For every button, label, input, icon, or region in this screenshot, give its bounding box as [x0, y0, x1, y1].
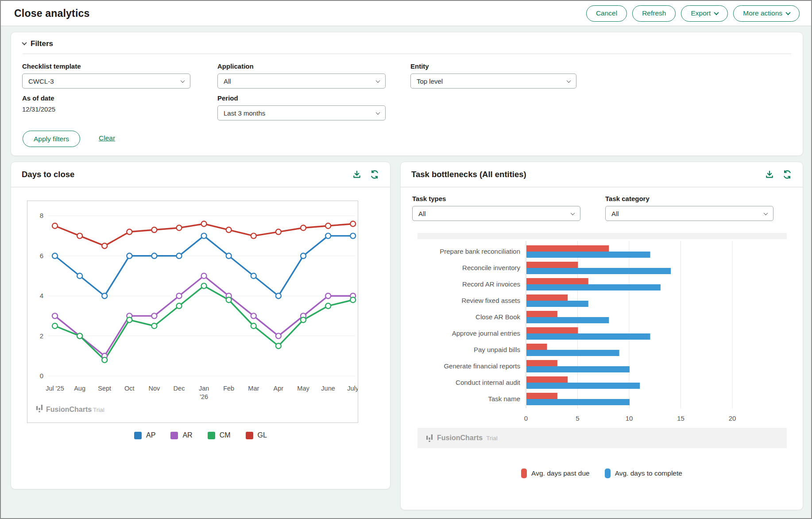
download-icon[interactable] — [352, 170, 362, 179]
fusioncharts-logo-icon — [426, 434, 433, 442]
legend-swatch — [134, 432, 142, 439]
top-header: Close analytics Cancel Refresh Export Mo… — [1, 1, 811, 26]
legend-swatch — [208, 432, 215, 439]
refresh-icon[interactable] — [370, 170, 379, 179]
period-field: Period Last 3 months — [217, 94, 386, 120]
checklist-template-value: CWCL-3 — [28, 77, 54, 85]
svg-text:15: 15 — [677, 414, 684, 422]
svg-text:Trial: Trial — [93, 407, 104, 413]
checklist-template-label: Checklist template — [22, 62, 190, 70]
task-types-label: Task types — [412, 195, 580, 202]
task-types-field: Task types All — [412, 195, 580, 221]
svg-text:Jan: Jan — [199, 385, 209, 392]
svg-text:Pay unpaid bills: Pay unpaid bills — [474, 346, 520, 353]
svg-text:0: 0 — [524, 414, 528, 422]
page-title: Close analytics — [14, 8, 89, 19]
svg-text:May: May — [297, 385, 309, 392]
clear-filters-link[interactable]: Clear — [99, 134, 115, 142]
svg-text:Feb: Feb — [223, 385, 234, 392]
task-bottlenecks-legend: Avg. days past dueAvg. days to complete — [401, 469, 803, 478]
download-icon[interactable] — [765, 170, 774, 179]
days-to-close-panel: Days to close 02468Jul '25AugSeptOctNovD… — [11, 162, 391, 489]
svg-text:0: 0 — [40, 372, 43, 380]
svg-text:Mar: Mar — [248, 385, 259, 392]
chevron-down-icon — [714, 10, 719, 15]
legend-item[interactable]: Avg. days past due — [521, 469, 590, 478]
svg-text:Nov: Nov — [149, 385, 161, 392]
svg-text:6: 6 — [40, 252, 43, 260]
refresh-button-label: Refresh — [642, 9, 666, 17]
task-bottlenecks-panel: Task bottlenecks (All entities) Task typ… — [400, 162, 803, 510]
bar-chart-plot: Prepare bank reconciliationReconcile inv… — [418, 239, 787, 428]
svg-text:2: 2 — [40, 332, 43, 340]
application-field: Application All — [217, 62, 386, 89]
cancel-button-label: Cancel — [596, 9, 617, 17]
task-category-value: All — [611, 210, 619, 217]
svg-text:10: 10 — [626, 414, 633, 422]
checklist-template-field: Checklist template CWCL-3 — [22, 62, 190, 89]
task-category-field: Task category All — [605, 195, 773, 221]
legend-swatch — [246, 432, 253, 439]
line-chart-canvas: 02468Jul '25AugSeptOctNovDecJan'26FebMar… — [27, 201, 358, 422]
entity-select[interactable]: Top level — [410, 74, 576, 89]
header-actions: Cancel Refresh Export More actions — [586, 5, 800, 22]
legend-label: AP — [146, 431, 155, 439]
entity-label: Entity — [410, 62, 576, 70]
days-to-close-title: Days to close — [22, 170, 74, 179]
legend-item[interactable]: AP — [134, 431, 155, 439]
svg-text:Jul '25: Jul '25 — [46, 385, 64, 392]
task-bottlenecks-header: Task bottlenecks (All entities) — [401, 162, 803, 187]
more-actions-button[interactable]: More actions — [733, 5, 800, 22]
chevron-down-icon — [181, 78, 185, 83]
task-bottlenecks-chart: Prepare bank reconciliationReconcile inv… — [418, 233, 787, 448]
filters-panel: Filters Checklist template CWCL-3 Applic… — [11, 32, 803, 156]
legend-label: CM — [220, 431, 231, 439]
export-button[interactable]: Export — [681, 5, 728, 22]
svg-text:Generate financial reports: Generate financial reports — [444, 362, 520, 370]
legend-label: Avg. days to complete — [615, 469, 682, 477]
period-select[interactable]: Last 3 months — [217, 105, 386, 120]
legend-item[interactable]: CM — [208, 431, 231, 439]
legend-item[interactable]: AR — [170, 431, 192, 439]
task-category-select[interactable]: All — [605, 206, 773, 221]
chevron-down-icon — [785, 10, 790, 15]
cancel-button[interactable]: Cancel — [586, 5, 627, 22]
refresh-icon[interactable] — [782, 170, 792, 179]
entity-field: Entity Top level — [410, 62, 576, 89]
application-select[interactable]: All — [217, 74, 386, 89]
svg-text:June: June — [321, 385, 335, 392]
legend-label: Avg. days past due — [531, 469, 590, 477]
svg-text:Sept: Sept — [98, 385, 111, 392]
chevron-down-icon — [571, 211, 575, 215]
legend-item[interactable]: GL — [246, 431, 267, 439]
svg-text:Conduct internal audit: Conduct internal audit — [456, 379, 521, 386]
svg-text:Approve journal entries: Approve journal entries — [452, 329, 520, 337]
svg-text:Dec: Dec — [174, 385, 185, 392]
legend-item[interactable]: Avg. days to complete — [605, 469, 682, 478]
task-types-select[interactable]: All — [412, 206, 580, 221]
legend-swatch — [605, 469, 611, 478]
svg-text:Review fixed assets: Review fixed assets — [461, 297, 520, 304]
svg-text:July: July — [347, 385, 358, 392]
refresh-button[interactable]: Refresh — [632, 5, 676, 22]
days-to-close-header: Days to close — [11, 162, 390, 187]
apply-filters-button[interactable]: Apply filters — [23, 131, 80, 147]
period-value: Last 3 months — [224, 109, 265, 117]
entity-value: Top level — [417, 77, 443, 85]
svg-text:Record AR invoices: Record AR invoices — [462, 280, 520, 288]
fusioncharts-watermark: FusionCharts Trial — [418, 428, 787, 448]
task-types-value: All — [418, 210, 426, 217]
chevron-down-icon — [764, 211, 768, 215]
checklist-template-select[interactable]: CWCL-3 — [22, 74, 190, 89]
legend-label: AR — [182, 431, 192, 439]
days-to-close-chart: 02468Jul '25AugSeptOctNovDecJan'26FebMar… — [27, 201, 358, 423]
filters-collapse-toggle[interactable]: Filters — [23, 39, 53, 48]
chevron-down-icon — [376, 78, 380, 83]
svg-text:Aug: Aug — [74, 385, 85, 392]
svg-text:Reconcile inventory: Reconcile inventory — [462, 264, 520, 271]
svg-text:8: 8 — [40, 212, 43, 219]
legend-swatch — [521, 469, 527, 478]
application-value: All — [224, 77, 231, 85]
svg-text:Prepare bank reconciliation: Prepare bank reconciliation — [440, 248, 520, 255]
export-button-label: Export — [691, 9, 711, 17]
